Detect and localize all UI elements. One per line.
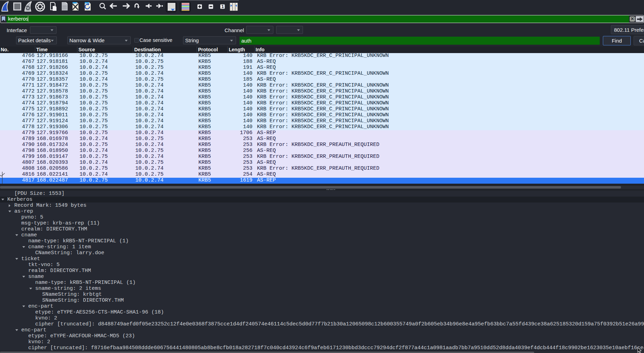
svg-text:1: 1 [221,4,224,9]
